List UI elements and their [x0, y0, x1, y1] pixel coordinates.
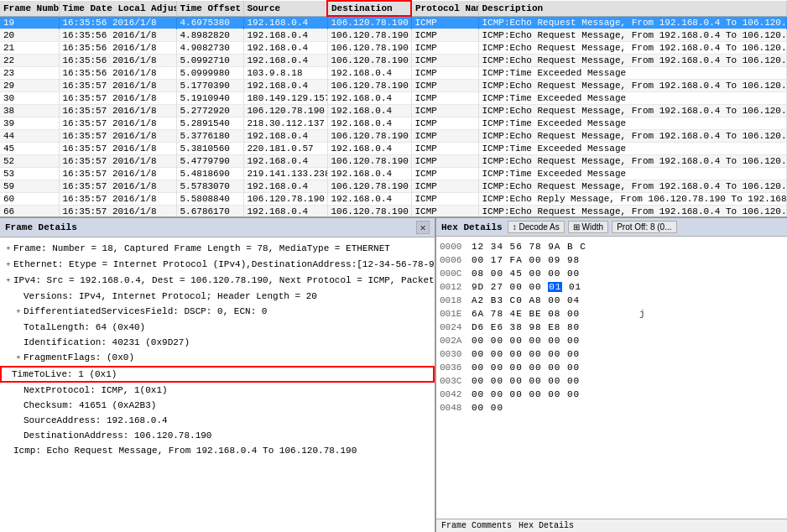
hex-row: 000600 17 FA 00 09 98	[440, 253, 784, 267]
col-header-destination[interactable]: Destination	[327, 1, 411, 16]
hex-bytes: 00 00 00 00 00 00	[472, 388, 639, 401]
hex-details-title: Hex Details	[441, 222, 503, 232]
ethernet-item[interactable]: +Ethernet: Etype = Internet Protocol (IP…	[0, 257, 435, 273]
versions-item[interactable]: Versions: IPv4, Internet Protocol; Heade…	[0, 289, 435, 304]
hex-row: 00129D 27 00 00 01 01	[440, 280, 784, 294]
hex-ascii	[639, 280, 784, 294]
table-row[interactable]: 1916:35:56 2016/1/84.6975380192.168.0.41…	[0, 16, 787, 29]
table-row[interactable]: 5316:35:57 2016/1/85.4818690219.141.133.…	[0, 168, 787, 180]
hex-bytes: 00 00 00 00 00 00	[472, 347, 639, 361]
hex-bytes: 6A 78 4E BE 08 00	[472, 307, 639, 321]
ipv4-item[interactable]: +IPv4: Src = 192.168.0.4, Dest = 106.120…	[0, 273, 435, 289]
checksum-item[interactable]: Checksum: 41651 (0xA2B3)	[0, 398, 435, 413]
col-header-protocol[interactable]: Protocol Name	[411, 1, 478, 16]
table-row[interactable]: 6016:35:57 2016/1/85.5808840106.120.78.1…	[0, 193, 787, 206]
hex-ascii	[639, 347, 784, 361]
dscp-item[interactable]: +DifferentiatedServicesField: DSCP: 0, E…	[0, 304, 435, 320]
hex-offset: 0042	[440, 388, 472, 401]
table-row[interactable]: 3016:35:57 2016/1/85.1910940180.149.129.…	[0, 92, 787, 105]
hex-ascii	[639, 388, 784, 401]
hex-offset: 0018	[440, 294, 472, 307]
hex-footer: Frame Comments Hex Details	[436, 519, 787, 532]
expand-icon: +	[13, 352, 23, 365]
hex-ascii	[639, 401, 784, 415]
col-header-time[interactable]: Time Date Local Adjusted	[59, 1, 176, 16]
hex-details-header: Hex Details ↕ Decode As ⊞ Width Prot Off…	[436, 218, 787, 237]
hex-footer-hex-details[interactable]: Hex Details	[519, 521, 574, 530]
hex-details-panel: Hex Details ↕ Decode As ⊞ Width Prot Off…	[436, 218, 787, 532]
table-row[interactable]: 2116:35:56 2016/1/84.9082730192.168.0.41…	[0, 42, 787, 55]
hex-row: 003000 00 00 00 00 00	[440, 347, 784, 361]
table-header-row: Frame Number Time Date Local Adjusted Ti…	[0, 1, 787, 16]
hex-ascii	[639, 334, 784, 347]
frame-details-close-button[interactable]: ✕	[416, 221, 430, 234]
hex-offset: 0036	[440, 361, 472, 374]
hex-bytes: D6 E6 38 98 E8 80	[472, 321, 639, 334]
hex-ascii	[639, 267, 784, 280]
ttl-item[interactable]: TimeToLive: 1 (0x1)	[0, 366, 435, 383]
width-button[interactable]: ⊞ Width	[568, 221, 608, 233]
frame-details-content[interactable]: +Frame: Number = 18, Captured Frame Leng…	[0, 237, 435, 532]
dst-addr-item[interactable]: DestinationAddress: 106.120.78.190	[0, 428, 435, 443]
total-length-item[interactable]: TotalLength: 64 (0x40)	[0, 320, 435, 335]
table-row[interactable]: 2216:35:56 2016/1/85.0992710192.168.0.41…	[0, 55, 787, 67]
hex-offset: 0006	[440, 253, 472, 267]
col-header-offset[interactable]: Time Offset	[176, 1, 243, 16]
frame-item[interactable]: +Frame: Number = 18, Captured Frame Leng…	[0, 241, 435, 257]
hex-row: 0018A2 B3 C0 A8 00 04	[440, 294, 784, 307]
hex-bytes: 12 34 56 78 9A B C	[472, 240, 639, 253]
col-header-frame[interactable]: Frame Number	[0, 1, 59, 16]
expand-icon: +	[3, 274, 13, 288]
hex-offset: 000C	[440, 267, 472, 280]
table-row[interactable]: 3816:35:57 2016/1/85.2772920106.120.78.1…	[0, 105, 787, 117]
table-row[interactable]: 5216:35:57 2016/1/85.4779790192.168.0.41…	[0, 155, 787, 168]
col-header-description[interactable]: Description	[478, 1, 787, 16]
table-row[interactable]: 2016:35:56 2016/1/84.8982820192.168.0.41…	[0, 29, 787, 42]
table-row[interactable]: 2316:35:56 2016/1/85.0999980103.9.8.1819…	[0, 67, 787, 80]
hex-ascii	[639, 361, 784, 374]
hex-details-toolbar: ↕ Decode As ⊞ Width Prot Off: 8 (0...	[508, 221, 677, 233]
packet-table: Frame Number Time Date Local Adjusted Ti…	[0, 0, 787, 218]
hex-row: 002A00 00 00 00 00 00	[440, 334, 784, 347]
next-proto-item[interactable]: NextProtocol: ICMP, 1(0x1)	[0, 383, 435, 398]
prot-off-button[interactable]: Prot Off: 8 (0...	[612, 221, 676, 233]
table-row[interactable]: 5916:35:57 2016/1/85.5783070192.168.0.41…	[0, 180, 787, 193]
icmp-item[interactable]: Icmp: Echo Request Message, From 192.168…	[0, 443, 435, 458]
expand-icon: +	[3, 258, 13, 272]
frame-details-title: Frame Details	[5, 222, 77, 232]
hex-bytes: 08 00 45 00 00 00	[472, 267, 639, 280]
hex-ascii	[639, 294, 784, 307]
table-row[interactable]: 4416:35:57 2016/1/85.3776180192.168.0.41…	[0, 130, 787, 143]
table-row[interactable]: 4516:35:57 2016/1/85.3810560220.181.0.57…	[0, 143, 787, 155]
hex-offset: 001E	[440, 307, 472, 321]
hex-row: 004800 00	[440, 401, 784, 415]
hex-details-content[interactable]: 000012 34 56 78 9A B C000600 17 FA 00 09…	[436, 237, 787, 519]
packet-table-body: 1916:35:56 2016/1/84.6975380192.168.0.41…	[0, 16, 787, 218]
col-header-source[interactable]: Source	[243, 1, 327, 16]
expand-icon: +	[3, 243, 13, 256]
hex-row: 004200 00 00 00 00 00	[440, 388, 784, 401]
decode-as-button[interactable]: ↕ Decode As	[508, 221, 565, 233]
hex-ascii	[639, 240, 784, 253]
hex-bytes: A2 B3 C0 A8 00 04	[472, 294, 639, 307]
hex-footer-frame-comments[interactable]: Frame Comments	[441, 521, 512, 530]
hex-ascii	[639, 253, 784, 267]
table-row[interactable]: 6616:35:57 2016/1/85.6786170192.168.0.41…	[0, 206, 787, 218]
hex-offset: 0012	[440, 280, 472, 294]
hex-offset: 002A	[440, 334, 472, 347]
hex-bytes: 9D 27 00 00 01 01	[472, 280, 639, 294]
table-row[interactable]: 3916:35:57 2016/1/85.2891540218.30.112.1…	[0, 117, 787, 130]
hex-offset: 0030	[440, 347, 472, 361]
hex-bytes: 00 00 00 00 00 00	[472, 361, 639, 374]
fragment-flags-item[interactable]: +FragmentFlags: (0x0)	[0, 350, 435, 366]
identification-item[interactable]: Identification: 40231 (0x9D27)	[0, 335, 435, 350]
expand-icon: +	[13, 305, 23, 319]
frame-details-panel: Frame Details ✕ +Frame: Number = 18, Cap…	[0, 218, 436, 532]
hex-bytes: 00 00	[472, 401, 639, 415]
src-addr-item[interactable]: SourceAddress: 192.168.0.4	[0, 413, 435, 428]
hex-ascii	[639, 321, 784, 334]
hex-ascii	[639, 374, 784, 388]
table-row[interactable]: 2916:35:57 2016/1/85.1770390192.168.0.41…	[0, 80, 787, 92]
bottom-panels: Frame Details ✕ +Frame: Number = 18, Cap…	[0, 218, 787, 532]
hex-offset: 0024	[440, 321, 472, 334]
